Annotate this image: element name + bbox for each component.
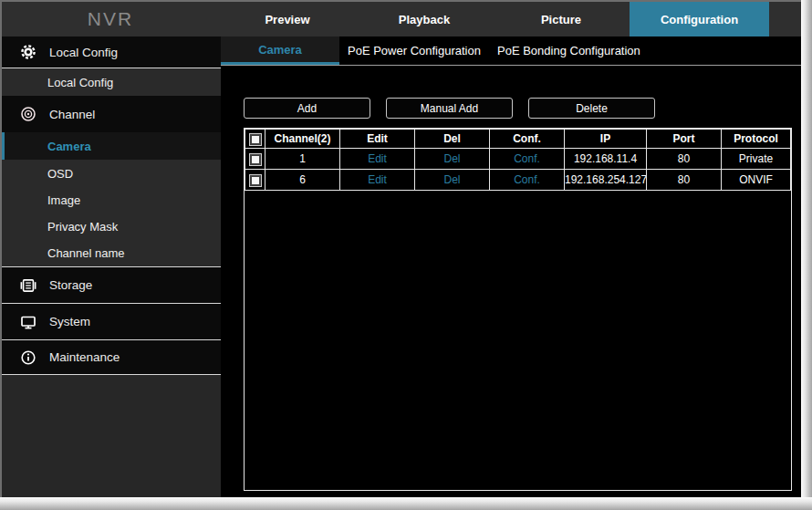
cell-ip: 192.168.11.4 [565,149,647,170]
main-area: Local Config Local Config [2,36,801,497]
subtab-bar: Camera PoE Power Configuration PoE Bondi… [221,36,801,66]
window-frame-bottom [0,497,812,510]
col-header-del: Del [415,130,490,149]
top-bar: NVR Preview Playback Picture Configurati… [2,2,801,36]
cell-port: 80 [647,149,722,170]
sidebar-item-label: System [49,315,90,328]
col-header-ip: IP [565,130,647,149]
cell-protocol: Private [722,149,791,170]
gear-icon [20,44,36,60]
col-header-edit: Edit [340,130,415,149]
sidebar-item-local-config[interactable]: Local Config [2,36,221,68]
cell-channel: 6 [265,170,340,191]
channel-subpanel: Camera OSD Image Privacy Mask Channel na… [2,132,221,266]
sidebar-item-osd[interactable]: OSD [2,160,221,187]
delete-button[interactable]: Delete [528,98,655,119]
conf-link[interactable]: Conf. [490,149,565,170]
conf-link[interactable]: Conf. [490,170,565,191]
edit-link[interactable]: Edit [340,170,415,191]
toolbar: Add Manual Add Delete [244,98,801,119]
row-select-cell [245,149,265,170]
table-row-channel-1: 1 Edit Del Conf. 192.168.11.4 80 Private [245,149,791,170]
sidebar-item-label: Storage [49,278,92,292]
sidebar-item-storage[interactable]: Storage [2,266,221,304]
content-area: Camera PoE Power Configuration PoE Bondi… [221,36,801,497]
local-config-subpanel: Local Config [2,68,221,96]
col-header-port: Port [647,130,722,149]
subtab-poe-bonding-configuration[interactable]: PoE Bonding Configuration [489,36,649,65]
sidebar-item-label: OSD [47,167,73,181]
app-logo: NVR [2,2,219,36]
sidebar-item-image[interactable]: Image [2,187,221,213]
manual-add-button[interactable]: Manual Add [386,98,513,119]
del-link[interactable]: Del [415,149,490,170]
row-checkbox[interactable] [250,154,261,165]
sidebar-item-system[interactable]: System [2,304,221,340]
select-all-cell [245,130,265,149]
row-select-cell [245,170,265,191]
subtab-camera[interactable]: Camera [221,36,339,65]
row-checkbox[interactable] [250,175,261,186]
monitor-icon [20,314,36,330]
nav-tab-picture[interactable]: Picture [493,2,630,36]
cell-port: 80 [647,170,722,191]
cell-channel: 1 [265,149,340,170]
table-row-channel-6: 6 Edit Del Conf. 192.168.254.127 80 ONVI… [245,170,791,191]
sidebar-item-label: Privacy Mask [47,220,118,234]
col-header-channel: Channel(2) [265,130,340,149]
sidebar-item-label: Channel [49,108,95,121]
sidebar-item-label: Maintenance [49,350,120,364]
add-button[interactable]: Add [244,98,370,119]
sidebar-item-label: Image [47,193,80,207]
cell-ip: 192.168.254.127 [565,170,647,191]
col-header-conf: Conf. [490,130,565,149]
sidebar-empty-area [2,375,221,497]
sidebar-item-label: Local Config [47,76,113,89]
info-icon [20,349,36,366]
camera-table-container: Channel(2) Edit Del Conf. IP Port Protoc… [244,128,792,491]
edit-link[interactable]: Edit [340,149,415,170]
sidebar-item-channel-name[interactable]: Channel name [2,240,221,266]
nav-tab-playback[interactable]: Playback [356,2,493,36]
nav-tab-preview[interactable]: Preview [219,2,356,36]
table-header-row: Channel(2) Edit Del Conf. IP Port Protoc… [245,130,791,149]
subtab-poe-power-configuration[interactable]: PoE Power Configuration [339,36,489,65]
storage-icon [20,277,36,294]
col-header-protocol: Protocol [722,130,791,149]
sidebar-item-channel[interactable]: Channel [2,96,221,132]
sidebar-item-label: Local Config [49,46,118,59]
main-nav: Preview Playback Picture Configuration [219,2,769,36]
sidebar-item-camera[interactable]: Camera [2,132,221,160]
sidebar-item-local-config-sub[interactable]: Local Config [2,68,221,96]
cell-protocol: ONVIF [722,170,791,191]
sidebar-item-label: Camera [47,140,91,153]
sidebar-item-maintenance[interactable]: Maintenance [2,340,221,375]
del-link[interactable]: Del [415,170,490,191]
sidebar: Local Config Local Config [2,36,221,497]
camera-table: Channel(2) Edit Del Conf. IP Port Protoc… [245,129,791,191]
select-all-checkbox[interactable] [250,134,261,145]
window-frame: NVR Preview Playback Picture Configurati… [0,0,812,510]
sidebar-item-label: Channel name [47,246,125,260]
sidebar-item-privacy-mask[interactable]: Privacy Mask [2,213,221,240]
lens-icon [20,106,36,122]
nav-tab-configuration[interactable]: Configuration [630,2,769,36]
nvr-app-window: NVR Preview Playback Picture Configurati… [2,2,801,497]
window-frame-right [801,0,812,510]
